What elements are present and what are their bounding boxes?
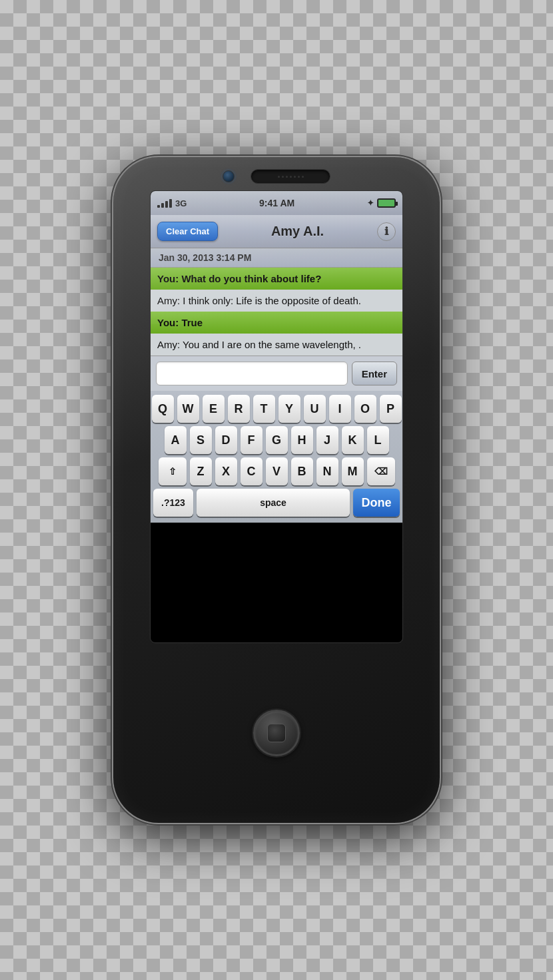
key-i[interactable]: I (329, 395, 351, 423)
message-2: Amy: I think only: Life is the opposite … (151, 290, 402, 312)
key-d[interactable]: D (215, 426, 237, 454)
key-l[interactable]: L (367, 426, 389, 454)
key-o[interactable]: O (354, 395, 376, 423)
key-r[interactable]: R (228, 395, 250, 423)
chat-area: Jan 30, 2013 3:14 PM You: What do you th… (151, 248, 402, 356)
key-g[interactable]: G (266, 426, 288, 454)
message-3: You: True (151, 312, 402, 334)
space-key[interactable]: space (197, 489, 350, 517)
key-u[interactable]: U (304, 395, 326, 423)
key-z[interactable]: Z (190, 457, 212, 485)
bluetooth-icon: ✦ (367, 198, 374, 208)
key-m[interactable]: M (342, 457, 364, 485)
home-button[interactable] (253, 710, 300, 756)
key-c[interactable]: C (241, 457, 263, 485)
keyboard-row-1: Q W E R T Y U I O P (153, 395, 400, 423)
signal-bars (157, 198, 172, 208)
keyboard-row-4: .?123 space Done (153, 489, 400, 517)
key-f[interactable]: F (241, 426, 263, 454)
phone-device: 3G 9:41 AM ✦ Clear Chat Amy A.I. ℹ Jan 3… (113, 157, 440, 823)
status-bar: 3G 9:41 AM ✦ (151, 191, 402, 215)
home-button-inner (267, 724, 286, 742)
status-left: 3G (157, 198, 187, 208)
key-j[interactable]: J (316, 426, 338, 454)
nav-bar: Clear Chat Amy A.I. ℹ (151, 215, 402, 248)
key-q[interactable]: Q (152, 395, 174, 423)
input-area: Enter (151, 356, 402, 391)
earpiece-speaker (251, 169, 330, 184)
key-w[interactable]: W (177, 395, 199, 423)
key-a[interactable]: A (165, 426, 187, 454)
phone-screen: 3G 9:41 AM ✦ Clear Chat Amy A.I. ℹ Jan 3… (150, 190, 403, 643)
front-camera (223, 170, 235, 182)
home-button-area (253, 643, 300, 823)
keyboard: Q W E R T Y U I O P A S D F G H J K (151, 391, 402, 523)
key-y[interactable]: Y (278, 395, 300, 423)
keyboard-row-3: ⇧ Z X C V B N M ⌫ (153, 457, 400, 485)
key-s[interactable]: S (190, 426, 212, 454)
status-right: ✦ (367, 198, 396, 208)
done-key[interactable]: Done (353, 489, 400, 517)
key-t[interactable]: T (253, 395, 275, 423)
enter-button[interactable]: Enter (352, 362, 397, 385)
delete-key[interactable]: ⌫ (367, 457, 395, 485)
phone-top-hardware (113, 157, 440, 184)
key-e[interactable]: E (203, 395, 225, 423)
network-label: 3G (175, 198, 187, 208)
numbers-key[interactable]: .?123 (153, 489, 193, 517)
battery-indicator (377, 198, 396, 208)
key-k[interactable]: K (342, 426, 364, 454)
nav-title: Amy A.I. (271, 224, 324, 239)
clear-chat-button[interactable]: Clear Chat (157, 222, 218, 241)
keyboard-row-2: A S D F G H J K L (153, 426, 400, 454)
status-time: 9:41 AM (259, 198, 294, 208)
message-4: Amy: You and I are on the same wavelengt… (151, 334, 402, 356)
key-p[interactable]: P (380, 395, 402, 423)
message-input[interactable] (156, 362, 348, 385)
message-1: You: What do you think about life? (151, 268, 402, 290)
key-b[interactable]: B (291, 457, 313, 485)
info-button[interactable]: ℹ (377, 222, 396, 241)
camera-speaker-row (223, 169, 330, 184)
date-stamp: Jan 30, 2013 3:14 PM (151, 248, 402, 268)
key-h[interactable]: H (291, 426, 313, 454)
shift-key[interactable]: ⇧ (159, 457, 187, 485)
key-n[interactable]: N (316, 457, 338, 485)
key-x[interactable]: X (215, 457, 237, 485)
key-v[interactable]: V (266, 457, 288, 485)
